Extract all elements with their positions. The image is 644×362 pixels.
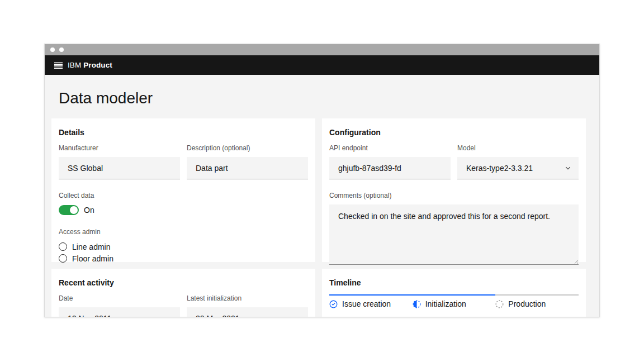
- header-brand: IBM Product: [68, 61, 112, 69]
- manufacturer-label: Manufacturer: [59, 144, 180, 153]
- brand-name: Product: [83, 61, 112, 69]
- page-title: Data modeler: [59, 89, 586, 108]
- comments-section: Comments (optional) Checked in on the si…: [329, 191, 579, 265]
- api-endpoint-label: API endpoint: [329, 144, 451, 153]
- window-control-dot-icon: [50, 47, 55, 52]
- api-endpoint-field: API endpoint: [329, 144, 451, 179]
- window-titlebar: [45, 44, 599, 55]
- window-control-dot-icon: [59, 47, 64, 52]
- chevron-down-icon: [565, 165, 571, 172]
- app-header: IBM Product: [45, 55, 599, 75]
- progress-step-production[interactable]: Production: [495, 294, 579, 308]
- collect-data-toggle[interactable]: [59, 205, 79, 215]
- radio-icon: [59, 242, 67, 251]
- timeline-heading: Timeline: [329, 278, 579, 288]
- model-label: Model: [457, 144, 579, 153]
- step-label: Initialization: [425, 299, 466, 308]
- recent-activity-heading: Recent activity: [59, 278, 308, 288]
- radio-label: Line admin: [72, 242, 111, 251]
- latest-initialization-label: Latest initialization: [187, 294, 308, 303]
- progress-step-initialization[interactable]: Initialization: [413, 294, 496, 308]
- step-label: Issue creation: [342, 299, 391, 308]
- latest-initialization-input[interactable]: [187, 307, 308, 317]
- page-content: Data modeler Details Manufacturer Descri…: [45, 75, 599, 317]
- toggle-knob-icon: [70, 206, 78, 214]
- progress-step-issue-creation[interactable]: Issue creation: [329, 294, 413, 308]
- api-endpoint-input[interactable]: [329, 157, 451, 179]
- model-selected-value: Keras-type2-3.3.21: [466, 164, 533, 173]
- menu-icon[interactable]: [54, 62, 63, 69]
- radio-label: Floor admin: [72, 254, 113, 263]
- collect-data-section: Collect data On: [59, 191, 308, 215]
- details-heading: Details: [59, 127, 308, 137]
- step-label: Production: [508, 299, 546, 308]
- half-circle-icon: [413, 300, 421, 308]
- description-input[interactable]: [187, 157, 308, 179]
- description-label: Description (optional): [187, 144, 308, 153]
- comments-label: Comments (optional): [329, 191, 579, 200]
- brand-prefix: IBM: [68, 61, 81, 69]
- details-card: Details Manufacturer Description (option…: [51, 118, 315, 262]
- recent-activity-card: Recent activity Date Latest initializati…: [51, 269, 315, 317]
- progress-indicator: Issue creation Initialization Produ: [329, 294, 579, 308]
- manufacturer-field: Manufacturer: [59, 144, 180, 179]
- description-field: Description (optional): [187, 144, 308, 179]
- latest-initialization-field: Latest initialization: [187, 294, 308, 317]
- radio-line-admin[interactable]: Line admin: [59, 241, 308, 253]
- radio-icon: [59, 254, 67, 263]
- comments-textarea[interactable]: Checked in on the site and approved this…: [329, 204, 579, 265]
- card-grid: Details Manufacturer Description (option…: [51, 118, 586, 317]
- collect-data-state: On: [84, 206, 94, 215]
- model-select[interactable]: Keras-type2-3.3.21: [457, 157, 579, 179]
- checkmark-outline-icon: [329, 300, 338, 308]
- access-admin-section: Access admin Line admin Floor admin: [59, 227, 308, 264]
- configuration-card: Configuration API endpoint Model Keras-t…: [322, 118, 586, 262]
- collect-data-label: Collect data: [59, 191, 308, 200]
- manufacturer-input[interactable]: [59, 157, 180, 179]
- date-label: Date: [59, 294, 180, 303]
- access-admin-label: Access admin: [59, 227, 308, 236]
- date-input[interactable]: [59, 307, 180, 317]
- radio-floor-admin[interactable]: Floor admin: [59, 253, 308, 264]
- date-field: Date: [59, 294, 180, 317]
- app-window: IBM Product Data modeler Details Manufac…: [44, 44, 600, 317]
- dashed-circle-icon: [495, 300, 504, 308]
- configuration-heading: Configuration: [329, 127, 579, 137]
- model-field: Model Keras-type2-3.3.21: [457, 144, 579, 179]
- timeline-card: Timeline Issue creation: [322, 269, 586, 317]
